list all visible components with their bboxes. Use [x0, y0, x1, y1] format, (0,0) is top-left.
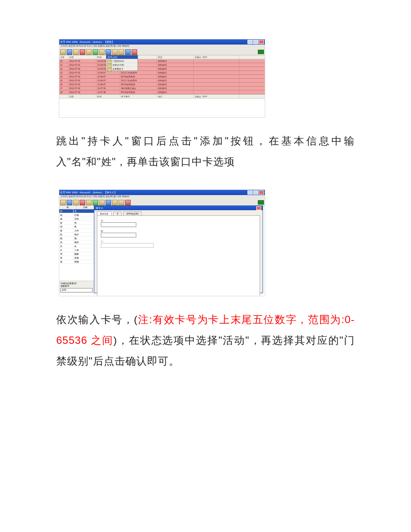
col-header: 地点 — [157, 95, 194, 98]
table-row[interactable]: 132012-07-0213:05:07DCU工作故障24控制板01 — [59, 71, 265, 75]
list-header: 姓 名称 — [59, 205, 94, 209]
search-label: 搜索条件: — [61, 285, 93, 287]
toolbar-icon[interactable] — [119, 49, 124, 55]
toolbar-icon[interactable] — [93, 49, 98, 55]
dialog-titlebar: 持卡人 — [94, 206, 263, 210]
col-header: 未确认 / 用户 — [194, 55, 239, 59]
list-item[interactable]: 葛晓珊 — [59, 260, 94, 264]
toolbar-icon[interactable] — [93, 200, 98, 205]
close-icon[interactable] — [259, 190, 264, 195]
list-item[interactable]: 高赖然 — [59, 240, 94, 244]
toolbar-icon[interactable] — [125, 200, 131, 205]
window-titlebar: 史丹 PAK 1000 - Account1 - [Admin] - 【持卡人】 — [59, 190, 265, 195]
toolbar-icon[interactable] — [132, 49, 137, 55]
text-part: 依次输入卡号，( — [56, 314, 138, 325]
status-indicator-icon — [258, 50, 264, 54]
toolbar-icon[interactable] — [112, 200, 118, 205]
list-item[interactable]: 钱红梅 — [59, 213, 94, 217]
table-row[interactable]: 162012-07-0213:36:07BIOS故障检测控制板02 — [59, 83, 265, 87]
list-item[interactable]: 陈陆兴 — [59, 233, 94, 237]
toolbar-icon[interactable] — [86, 49, 92, 55]
screenshot-2: 史丹 PAK 1000 - Account1 - [Admin] - 【持卡人】… — [56, 189, 355, 296]
toolbar-icon[interactable] — [80, 49, 85, 55]
table-row[interactable]: 182012-07-0213:37:36BIOS故障检测控制板01 — [59, 90, 265, 94]
list-footer: 详细信息查看(D) 搜索条件: 全部 — [59, 281, 94, 293]
col-header: 状态 — [157, 55, 194, 59]
toolbar-icon[interactable] — [99, 200, 105, 205]
list-item[interactable]: 苏欢 — [59, 244, 94, 248]
list-item[interactable]: 孙北 — [59, 209, 94, 213]
instruction-paragraph-1: 跳出"持卡人"窗口后点击"添加"按钮，在基本信息中输入"名"和"姓"，再单击该窗… — [56, 131, 355, 172]
dropdown-item[interactable]: 批量读卡(B) — [106, 63, 138, 67]
search-combo[interactable]: 全部 — [61, 288, 93, 292]
toolbar-icon[interactable] — [73, 49, 79, 55]
col-header: 姓 — [59, 205, 77, 209]
col-header — [59, 95, 68, 98]
close-icon[interactable] — [256, 206, 261, 210]
col-header: 未确认 / 用户 — [194, 95, 239, 98]
minimize-icon[interactable] — [247, 190, 253, 195]
table-header: 记录 日期 时间 持卡事件 状态 未确认 / 用户 — [59, 55, 265, 59]
dropdown-item[interactable]: 门禁级别(A) — [106, 59, 138, 63]
surname-label: 姓: — [101, 230, 256, 232]
dialog-tabs: 基本信息 卡 传呼地址(W) — [94, 210, 263, 215]
group-combo[interactable] — [101, 243, 154, 248]
list-item[interactable]: 薛安梅 — [59, 256, 94, 260]
table-row[interactable]: 112012-07-0213:05:03BIOS故障检测控制板02 — [59, 63, 265, 67]
menu-bar[interactable]: 文件(F) 报告(R) 用户(U) 持卡(C) 门(D) 设置(S) 报告(R)… — [59, 45, 265, 49]
toolbar-icon[interactable] — [73, 200, 79, 205]
list-item[interactable]: 白小林 — [59, 248, 94, 252]
list-item[interactable]: 谭麒麟 — [59, 252, 94, 256]
table-row[interactable]: 172012-07-0213:37:32事件报警已确认控制板02 — [59, 87, 265, 90]
menu-bar[interactable]: 文件(F) 报告(R) 用户(U) 持卡(C) 门(D) 设置(S) 报告(R)… — [59, 195, 265, 199]
dropdown-header[interactable]: 持卡人(C) — [106, 55, 138, 59]
maximize-icon[interactable] — [253, 190, 258, 195]
toolbar-icon[interactable] — [99, 49, 105, 55]
col-header: 记录 — [59, 55, 68, 59]
dialog-title: 持卡人 — [96, 206, 103, 210]
document-page: 史丹 PAK 1000 - Account1 - [Admin] - 【报告】 … — [0, 0, 411, 415]
toolbar-icon[interactable] — [80, 200, 85, 205]
toolbar — [59, 49, 265, 55]
dropdown-item[interactable]: 批量删除卡 — [106, 67, 138, 71]
list-item[interactable]: 梅宏雨 — [59, 217, 94, 221]
screenshot-1: 史丹 PAK 1000 - Account1 - [Admin] - 【报告】 … — [56, 39, 355, 118]
table-header-lower: 日期 时间 持卡事件 地点 未确认 / 用户 — [59, 94, 265, 99]
window-title: 史丹 PAK 1000 - Account1 - [Admin] - 【持卡人】 — [60, 191, 117, 195]
toolbar-icon[interactable] — [119, 200, 124, 205]
list-item[interactable]: 秦大津 — [59, 229, 94, 233]
name-input[interactable] — [101, 222, 136, 227]
status-indicator-icon — [258, 200, 264, 205]
close-icon[interactable] — [259, 40, 264, 44]
col-header: 持卡事件 — [120, 95, 157, 98]
toolbar-icon[interactable] — [106, 49, 111, 55]
surname-input[interactable] — [101, 233, 136, 237]
cardholder-dialog: 持卡人 基本信息 卡 传呼地址(W) 名: 姓: — [94, 205, 263, 293]
col-header: 名称 — [77, 205, 94, 209]
list-item[interactable]: 隋珊 — [59, 237, 94, 240]
table-row[interactable]: 142012-07-0213:36:07BIOS故障检测控制板01 — [59, 75, 265, 79]
toolbar-icon[interactable] — [112, 49, 118, 55]
toolbar-icon[interactable] — [60, 200, 66, 205]
window-titlebar: 史丹 PAK 1000 - Account1 - [Admin] - 【报告】 — [59, 39, 265, 45]
toolbar-icon[interactable] — [60, 49, 66, 55]
tab-paging[interactable]: 传呼地址(W) — [123, 212, 141, 215]
list-item[interactable]: 周民 — [59, 225, 94, 229]
table-row[interactable]: 102012-07-0213:05:03BIOS故障检测控制板01 — [59, 59, 265, 63]
maximize-icon[interactable] — [253, 40, 258, 44]
minimize-icon[interactable] — [247, 40, 253, 44]
toolbar-icon[interactable] — [106, 200, 111, 205]
group-label: 组: — [101, 240, 256, 243]
list-item[interactable]: 曾艳 — [59, 221, 94, 225]
toolbar-icon[interactable] — [125, 49, 131, 55]
table-row[interactable]: 152012-07-0213:36:07DCU工作故障24控制板01 — [59, 79, 265, 83]
table-row[interactable]: 122012-07-0213:05:03BIOS故障检测控制板02 — [59, 67, 265, 71]
cardholder-list-pane: 姓 名称 孙北钱红梅梅宏雨曾艳周民秦大津陈陆兴隋珊高赖然苏欢白小林谭麒麟薛安梅葛… — [59, 205, 94, 293]
col-header: 日期 — [68, 55, 96, 59]
tab-basic-info[interactable]: 基本信息 — [97, 212, 112, 215]
tab-card[interactable]: 卡 — [113, 212, 122, 215]
empty-pane — [59, 99, 265, 118]
toolbar-icon[interactable] — [67, 200, 72, 205]
toolbar-icon[interactable] — [67, 49, 72, 55]
toolbar-icon[interactable] — [86, 200, 92, 205]
